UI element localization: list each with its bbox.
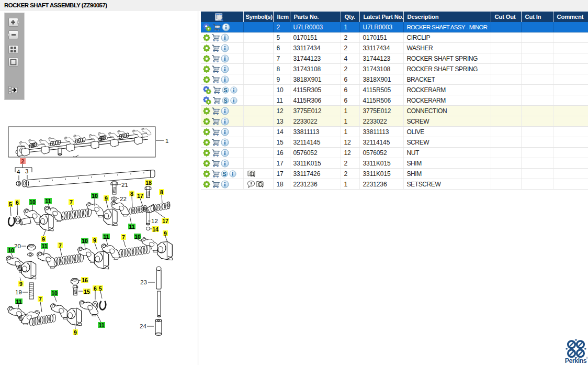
svg-text:9: 9 [93,237,96,244]
svg-text:8: 8 [130,191,133,197]
svg-text:15: 15 [84,289,90,295]
svg-text:11: 11 [45,198,51,204]
svg-text:21: 21 [121,182,128,188]
svg-text:Perkins: Perkins [565,357,587,364]
svg-text:7: 7 [59,242,62,249]
svg-text:23: 23 [140,279,147,285]
svg-text:9: 9 [74,329,77,336]
svg-text:9: 9 [105,195,108,202]
svg-text:11: 11 [98,322,104,328]
svg-text:14: 14 [152,226,159,233]
svg-text:4: 4 [17,169,20,175]
svg-text:9: 9 [42,236,45,242]
svg-text:11: 11 [41,243,47,249]
svg-text:1: 1 [165,138,168,144]
svg-text:18: 18 [145,180,152,186]
svg-text:7: 7 [39,296,42,302]
svg-text:10: 10 [134,234,141,240]
svg-text:11: 11 [103,234,109,240]
svg-text:12: 12 [151,218,158,224]
svg-text:®: ® [586,357,588,360]
svg-text:2: 2 [21,158,25,164]
svg-text:10: 10 [8,247,14,253]
svg-text:10: 10 [51,290,58,296]
svg-text:6: 6 [94,285,97,292]
svg-text:19: 19 [15,289,22,295]
svg-text:10: 10 [29,199,36,205]
svg-text:17: 17 [162,218,168,224]
svg-text:11: 11 [16,298,21,305]
svg-text:5: 5 [9,201,12,207]
svg-text:10: 10 [92,193,98,199]
svg-text:22: 22 [120,196,127,202]
svg-text:16: 16 [82,277,88,283]
svg-text:7: 7 [70,199,73,205]
svg-text:3: 3 [25,168,28,174]
svg-text:11: 11 [129,224,134,230]
svg-text:6: 6 [16,200,19,206]
svg-text:5: 5 [99,285,102,292]
svg-text:9: 9 [164,230,167,237]
svg-text:9: 9 [19,281,22,287]
svg-text:7: 7 [122,234,125,240]
svg-text:8: 8 [160,189,163,195]
svg-text:20: 20 [14,243,21,249]
svg-text:24: 24 [140,323,146,329]
svg-text:17: 17 [137,193,143,199]
svg-text:10: 10 [82,238,88,244]
